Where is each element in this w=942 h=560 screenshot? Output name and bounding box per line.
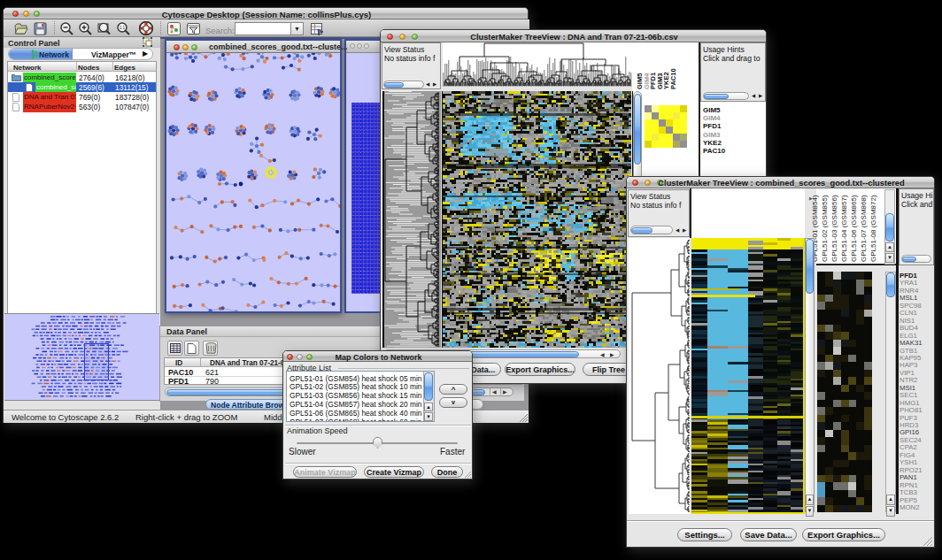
svg-text:1:1: 1:1 (120, 26, 126, 30)
